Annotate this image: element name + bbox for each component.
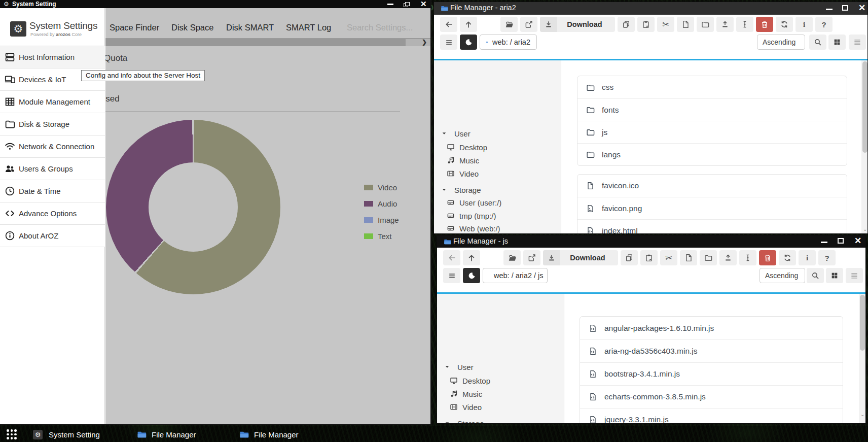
tree-item-video[interactable]: Video xyxy=(437,401,564,413)
nav-item-advance-options[interactable]: Advance Options xyxy=(0,202,105,225)
tree-item-web-drive[interactable]: Web (web:/) xyxy=(434,222,561,234)
up-button[interactable] xyxy=(463,250,480,265)
upload-button[interactable] xyxy=(716,17,734,32)
sort-dropdown[interactable]: Ascending xyxy=(757,35,805,50)
nav-item-date-time[interactable]: Date & Time xyxy=(0,180,105,202)
tree-item-music[interactable]: Music xyxy=(437,388,564,400)
tab-smart-log[interactable]: SMART Log xyxy=(286,23,331,32)
file-row-index-html[interactable]: index.html xyxy=(577,219,847,234)
legend-item-text[interactable]: Text xyxy=(364,233,392,239)
scrollbar-thumb[interactable] xyxy=(105,39,406,47)
open-button[interactable] xyxy=(503,250,521,265)
breadcrumb[interactable]: web: / aria2 xyxy=(480,35,537,50)
open-button[interactable] xyxy=(500,17,518,32)
taskbar-item-system-setting[interactable]: ⚙ System Setting xyxy=(33,426,100,442)
tree-section-storage[interactable]: Storage xyxy=(434,184,561,196)
sort-dropdown[interactable]: Ascending xyxy=(760,268,805,283)
minimize-button[interactable] xyxy=(826,9,833,10)
tab-space-finder[interactable]: Space Finder xyxy=(110,23,159,32)
tree-item-video[interactable]: Video xyxy=(434,167,561,180)
upload-button[interactable] xyxy=(719,250,737,265)
folder-row-fonts[interactable]: fonts xyxy=(577,98,847,121)
search-settings-input[interactable]: Search Settings... xyxy=(347,23,413,32)
file-row-angular[interactable]: angular-packages-1.6.10.min.js xyxy=(580,317,843,339)
close-button[interactable]: ✕ xyxy=(854,235,861,246)
tree-item-user-drive[interactable]: User (user:/) xyxy=(434,196,561,209)
tree-item-desktop[interactable]: Desktop xyxy=(434,141,561,153)
rename-button[interactable] xyxy=(736,17,753,32)
copy-button[interactable] xyxy=(618,17,635,32)
fm2-titlebar[interactable]: File Manager - js ✕ xyxy=(437,235,865,248)
tab-disk-smart[interactable]: Disk SMART xyxy=(226,23,274,32)
dark-mode-button[interactable] xyxy=(463,268,480,283)
close-button[interactable]: ✕ xyxy=(420,0,427,9)
tree-section-user[interactable]: User xyxy=(437,361,564,373)
up-button[interactable] xyxy=(460,17,477,32)
delete-button[interactable] xyxy=(756,17,773,32)
taskbar-item-file-manager-2[interactable]: File Manager xyxy=(239,426,299,442)
info-button[interactable]: i xyxy=(799,250,816,265)
tab-disk-space[interactable]: Disk Space xyxy=(171,23,213,32)
new-file-button[interactable] xyxy=(677,17,694,32)
paste-button[interactable] xyxy=(640,250,658,265)
close-button[interactable]: ✕ xyxy=(858,3,865,13)
grid-view-button[interactable] xyxy=(828,35,846,50)
refresh-button[interactable] xyxy=(776,17,793,32)
scroll-down-arrow[interactable]: ⌄ xyxy=(860,412,864,417)
maximize-button[interactable] xyxy=(842,5,848,11)
tree-item-desktop[interactable]: Desktop xyxy=(437,375,564,387)
paste-button[interactable] xyxy=(637,17,655,32)
help-button[interactable]: ? xyxy=(818,250,836,265)
cut-button[interactable]: ✂ xyxy=(660,250,677,265)
delete-button[interactable] xyxy=(759,250,776,265)
donut-chart[interactable] xyxy=(106,120,280,294)
grid-view-button[interactable] xyxy=(826,268,843,283)
help-button[interactable]: ? xyxy=(815,17,833,32)
rename-button[interactable] xyxy=(739,250,756,265)
folder-row-js[interactable]: js xyxy=(577,121,847,143)
file-row-favicon-png[interactable]: favicon.png xyxy=(577,197,847,219)
open-external-button[interactable] xyxy=(523,250,540,265)
folder-row-css[interactable]: css xyxy=(577,76,847,98)
new-file-button[interactable] xyxy=(680,250,697,265)
nav-item-disk-storage[interactable]: Disk & Storage xyxy=(0,113,105,135)
copy-button[interactable] xyxy=(621,250,638,265)
refresh-button[interactable] xyxy=(779,250,796,265)
nav-item-about-aroz[interactable]: About ArOZ xyxy=(0,225,105,247)
scrollbar-right-arrow[interactable]: ❯ xyxy=(422,39,427,46)
restore-button-front[interactable] xyxy=(405,2,410,6)
nav-item-host-information[interactable]: Host Information xyxy=(0,46,105,69)
search-button[interactable] xyxy=(807,268,824,283)
horizontal-scrollbar[interactable]: ❯ xyxy=(105,38,430,46)
fm1-titlebar[interactable]: File Manager - aria2 ✕ xyxy=(434,2,867,15)
new-folder-button[interactable] xyxy=(700,250,717,265)
dark-mode-button[interactable] xyxy=(460,35,477,50)
nav-item-network-connection[interactable]: Network & Connection xyxy=(0,135,105,158)
back-button[interactable] xyxy=(443,250,460,265)
folder-row-langs[interactable]: langs xyxy=(577,143,847,165)
breadcrumb[interactable]: web: / aria2 / js xyxy=(483,268,548,283)
download-button[interactable]: Download xyxy=(543,250,618,265)
back-button[interactable] xyxy=(440,17,457,32)
search-button[interactable] xyxy=(809,35,826,50)
list-view-button[interactable] xyxy=(849,35,866,50)
scrollbar-thumb[interactable] xyxy=(862,61,867,153)
legend-item-image[interactable]: Image xyxy=(364,217,399,223)
fm1-scrollbar[interactable]: ⌄ xyxy=(861,60,868,233)
minimize-button[interactable] xyxy=(821,242,827,243)
cut-button[interactable]: ✂ xyxy=(657,17,674,32)
scroll-down-arrow[interactable]: ⌄ xyxy=(863,226,867,232)
tree-item-music[interactable]: Music xyxy=(434,154,561,166)
tree-item-tmp-drive[interactable]: tmp (tmp:/) xyxy=(434,210,561,222)
legend-item-audio[interactable]: Audio xyxy=(364,200,397,207)
minimize-button[interactable] xyxy=(387,4,393,5)
file-row-echarts[interactable]: echarts-common-3.8.5.min.js xyxy=(580,385,843,408)
list-view-button[interactable] xyxy=(846,268,863,283)
taskbar-item-file-manager-1[interactable]: File Manager xyxy=(137,426,196,442)
file-row-aria-ng[interactable]: aria-ng-da5356c403.min.js xyxy=(580,339,843,362)
file-row-bootstrap[interactable]: bootstrap-3.4.1.min.js xyxy=(580,362,843,385)
system-settings-titlebar[interactable]: ⚙ System Setting ✕ xyxy=(0,0,430,8)
menu-button[interactable] xyxy=(443,268,460,283)
new-folder-button[interactable] xyxy=(697,17,714,32)
menu-button[interactable] xyxy=(440,35,457,50)
